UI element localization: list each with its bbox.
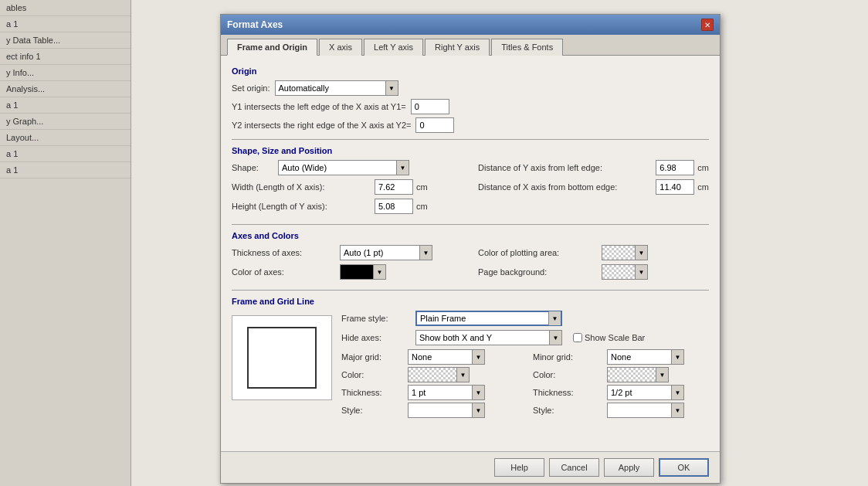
page-bg-arrow[interactable]: ▼ — [635, 265, 647, 279]
axes-left-col: Thickness of axes: Auto (1 pt) ▼ Color o… — [232, 245, 463, 284]
sidebar-item-layout[interactable]: Layout... — [0, 130, 131, 146]
ok-button[interactable]: OK — [659, 458, 709, 477]
set-origin-row: Set origin: Automatically ▼ — [232, 80, 709, 96]
height-label: Height (Length of Y axis): — [232, 202, 375, 211]
tab-bar: Frame and Origin X axis Left Y axis Righ… — [221, 35, 720, 56]
minor-thickness-select[interactable]: 1/2 pt ▼ — [607, 385, 684, 400]
minor-grid-block: Minor grid: None ▼ Color: ▼ — [533, 349, 709, 418]
y1-row: Y1 intersects the left edge of the X axi… — [232, 99, 709, 114]
color-axes-swatch[interactable]: ▼ — [340, 264, 386, 280]
dist-x-row: Distance of X axis from bottom edge: cm — [478, 179, 709, 195]
sidebar-item-analysis[interactable]: Analysis... — [0, 81, 131, 97]
sidebar-item-a1[interactable]: a 1 — [0, 16, 131, 32]
color-axes-arrow[interactable]: ▼ — [373, 265, 385, 279]
thickness-arrow[interactable]: ▼ — [419, 246, 432, 260]
hide-axes-arrow[interactable]: ▼ — [549, 331, 561, 345]
cancel-button[interactable]: Cancel — [549, 458, 599, 477]
shape-row: Shape: Auto (Wide) ▼ — [232, 160, 463, 175]
dialog-titlebar: Format Axes ✕ — [221, 15, 720, 35]
thickness-label: Thickness of axes: — [232, 248, 340, 257]
set-origin-select[interactable]: Automatically ▼ — [275, 80, 398, 96]
minor-thickness-arrow[interactable]: ▼ — [671, 386, 683, 399]
major-thickness-label: Thickness: — [341, 388, 403, 397]
major-color-swatch[interactable]: ▼ — [408, 367, 470, 382]
y2-input[interactable] — [415, 117, 454, 133]
height-unit: cm — [416, 202, 428, 211]
shape-left-col: Shape: Auto (Wide) ▼ Width (Length of X … — [232, 160, 463, 218]
tab-left-y-axis[interactable]: Left Y axis — [364, 39, 423, 56]
dist-y-input[interactable] — [656, 160, 694, 175]
y2-row: Y2 intersects the right edge of the X ax… — [232, 117, 709, 133]
dialog-footer: Help Cancel Apply OK — [221, 451, 720, 483]
show-scale-bar-checkbox[interactable] — [573, 333, 582, 342]
help-button[interactable]: Help — [494, 458, 544, 477]
axes-colors-section: Thickness of axes: Auto (1 pt) ▼ Color o… — [232, 245, 709, 284]
major-color-arrow[interactable]: ▼ — [456, 368, 469, 382]
page-bg-swatch[interactable]: ▼ — [602, 264, 648, 280]
frame-grid-section: Frame style: Plain Frame ▼ Hide axes: Sh… — [232, 311, 709, 418]
color-plotting-arrow[interactable]: ▼ — [635, 246, 647, 260]
thickness-row: Thickness of axes: Auto (1 pt) ▼ — [232, 245, 463, 260]
major-thickness-select[interactable]: 1 pt ▼ — [408, 385, 485, 400]
dialog-title: Format Axes — [227, 19, 283, 30]
tab-titles-fonts[interactable]: Titles & Fonts — [491, 39, 563, 56]
color-plotting-swatch[interactable]: ▼ — [602, 245, 648, 260]
sidebar-item-graph[interactable]: y Graph... — [0, 114, 131, 130]
sidebar-item-yinfo[interactable]: y Info... — [0, 65, 131, 81]
show-scale-bar-label: Show Scale Bar — [573, 333, 645, 342]
dist-x-input[interactable] — [656, 179, 694, 195]
grid-two-col: Major grid: None ▼ Color: ▼ — [341, 349, 709, 418]
major-color — [409, 368, 456, 382]
major-color-label: Color: — [341, 370, 403, 379]
shape-arrow[interactable]: ▼ — [396, 161, 409, 175]
page-bg-row: Page background: ▼ — [478, 264, 709, 280]
major-grid-select[interactable]: None ▼ — [408, 349, 485, 365]
tab-right-y-axis[interactable]: Right Y axis — [425, 39, 490, 56]
minor-grid-select[interactable]: None ▼ — [607, 349, 684, 365]
major-grid-arrow[interactable]: ▼ — [472, 350, 484, 364]
major-thickness-arrow[interactable]: ▼ — [472, 386, 484, 399]
frame-style-select[interactable]: Plain Frame ▼ — [415, 311, 562, 326]
width-label: Width (Length of X axis): — [232, 182, 375, 192]
sidebar-item-a1b[interactable]: a 1 — [0, 97, 131, 114]
major-style-label: Style: — [341, 406, 403, 415]
frame-style-arrow[interactable]: ▼ — [548, 311, 561, 325]
minor-style-select[interactable]: ▼ — [607, 403, 684, 418]
set-origin-arrow[interactable]: ▼ — [385, 81, 398, 95]
dist-y-row: Distance of Y axis from left edge: cm — [478, 160, 709, 175]
dist-y-unit: cm — [697, 163, 709, 172]
dist-x-unit: cm — [697, 182, 709, 192]
apply-button[interactable]: Apply — [604, 458, 654, 477]
major-grid-block: Major grid: None ▼ Color: ▼ — [341, 349, 517, 418]
frame-style-row: Frame style: Plain Frame ▼ — [341, 311, 709, 326]
sidebar-item-a1c[interactable]: a 1 — [0, 146, 131, 162]
minor-color-arrow[interactable]: ▼ — [656, 368, 668, 382]
tab-x-axis[interactable]: X axis — [319, 39, 362, 56]
format-axes-dialog: Format Axes ✕ Frame and Origin X axis Le… — [220, 14, 721, 484]
y1-input[interactable] — [411, 99, 449, 114]
minor-style-arrow[interactable]: ▼ — [671, 403, 683, 417]
shape-header: Shape, Size and Position — [232, 146, 709, 155]
hide-axes-select[interactable]: Show both X and Y ▼ — [415, 330, 562, 345]
color-axes-row: Color of axes: ▼ — [232, 264, 463, 280]
y1-label: Y1 intersects the left edge of the X axi… — [232, 102, 406, 111]
shape-section: Shape: Auto (Wide) ▼ Width (Length of X … — [232, 160, 709, 218]
tab-frame-and-origin[interactable]: Frame and Origin — [227, 39, 317, 56]
sidebar-item-a1d[interactable]: a 1 — [0, 162, 131, 178]
minor-grid-arrow[interactable]: ▼ — [671, 350, 683, 364]
width-input[interactable] — [375, 179, 413, 195]
height-input[interactable] — [375, 199, 413, 214]
sidebar-item-info1[interactable]: ect info 1 — [0, 49, 131, 65]
sidebar-item-datatable[interactable]: y Data Table... — [0, 32, 131, 49]
major-style-arrow[interactable]: ▼ — [472, 403, 484, 417]
axes-right-col: Color of plotting area: ▼ Page backgroun… — [478, 245, 709, 284]
width-unit: cm — [416, 182, 428, 192]
dist-x-label: Distance of X axis from bottom edge: — [478, 182, 656, 192]
color-plotting-label: Color of plotting area: — [478, 248, 602, 257]
shape-select[interactable]: Auto (Wide) ▼ — [278, 160, 409, 175]
thickness-select[interactable]: Auto (1 pt) ▼ — [340, 245, 432, 260]
minor-color-swatch[interactable]: ▼ — [607, 367, 669, 382]
major-style-select[interactable]: ▼ — [408, 403, 485, 418]
sidebar-item-tables[interactable]: ables — [0, 0, 131, 16]
close-button[interactable]: ✕ — [701, 19, 714, 31]
